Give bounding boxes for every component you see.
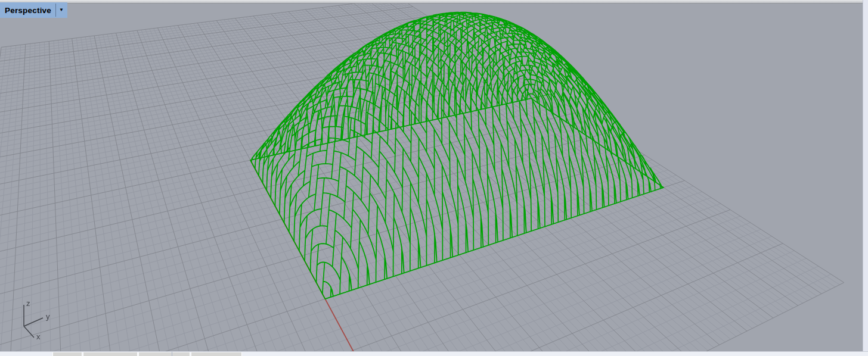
viewport-title-dropdown[interactable]: Perspective ▼ — [0, 2, 67, 18]
window-top-border — [0, 0, 868, 4]
viewport-tab-stub[interactable] — [138, 352, 190, 356]
viewport-title[interactable]: Perspective — [0, 6, 55, 15]
viewport-tab-stub[interactable] — [191, 352, 242, 356]
statusbar-divider — [172, 352, 172, 356]
viewport-tab-stub[interactable] — [52, 352, 82, 356]
chevron-down-icon[interactable]: ▼ — [56, 8, 67, 13]
viewport-tabs-strip — [0, 351, 868, 356]
window-right-edge — [863, 0, 868, 356]
viewport-tab-stub[interactable] — [83, 352, 138, 356]
perspective-viewport-canvas[interactable] — [0, 0, 868, 356]
rhino-viewport-window: Perspective ▼ — [0, 0, 868, 356]
